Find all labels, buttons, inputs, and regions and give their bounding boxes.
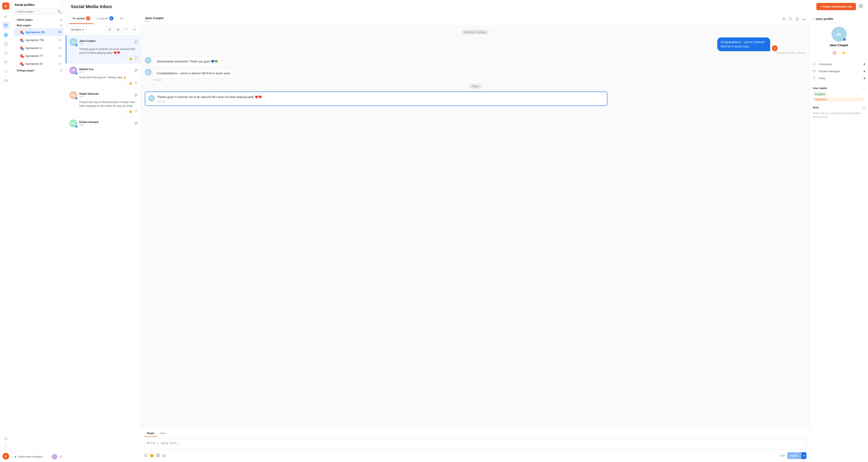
calendar-nav-item[interactable] [2, 40, 10, 48]
inbox-item-robert-fox[interactable]: RF f Robert Fox 10m 💬 Gotta love that pl… [66, 63, 141, 88]
sort-filter-icon[interactable] [123, 26, 130, 33]
create-moderation-rule-button[interactable]: + Create moderation rule [816, 3, 856, 10]
block-user-button[interactable]: 🚫 [831, 49, 838, 56]
svg-text:EH: EH [71, 122, 75, 125]
char-count: 2000 [779, 454, 785, 457]
sidebar-item-agorapulse-li[interactable]: A in Agorapulse LI 12 [13, 44, 64, 52]
users-nav-item[interactable] [2, 58, 10, 66]
sidebar-footer: Online team members T 2 [12, 452, 66, 462]
ralph-name: Ralph Edwards [79, 92, 132, 95]
approve-icon[interactable] [795, 17, 799, 22]
video-nav-item[interactable] [2, 76, 10, 85]
received-msg-1: JC Wooooawww awesome!! Thank you guys 💙💚 [145, 57, 806, 66]
more-options-icon[interactable]: ••• [802, 18, 806, 22]
profile-stat-private-messages: Private messages 4 [813, 68, 865, 75]
profile-avatar: JC f [832, 27, 846, 42]
send-button[interactable]: Send [787, 452, 801, 459]
tab-assigned[interactable]: Assigned 6 [93, 13, 117, 24]
reply-input[interactable] [144, 439, 806, 450]
inbox-nav-item[interactable] [2, 22, 10, 30]
user-avatar-bottom[interactable]: A [2, 453, 9, 460]
back-button[interactable]: ‹ [813, 17, 814, 21]
jane-fb-badge: f [75, 44, 78, 47]
check-filter-icon[interactable] [131, 26, 138, 33]
jane-review-icon[interactable] [134, 56, 137, 60]
inbox-item-ralph-edwards[interactable]: RE f Ralph Edwards 10m 💬 Preach the way … [66, 88, 141, 117]
ig-platform-badge: 📷 [22, 64, 24, 66]
add-label-button[interactable]: + [863, 86, 865, 90]
tag-icon[interactable] [789, 17, 793, 22]
profile-fb-badge: f [842, 37, 846, 41]
robert-checkbox[interactable] [123, 81, 127, 85]
user-profile-icon[interactable] [782, 17, 786, 22]
robert-actions: 👍 [69, 81, 137, 85]
send-dropdown-button[interactable]: ▾ [801, 452, 806, 459]
received-msg-2: JC Congratulations – you're a winner! We… [145, 69, 806, 81]
jane-checkbox[interactable] [123, 57, 127, 60]
calendar-filter-icon[interactable] [106, 26, 113, 33]
alpha-pages-group[interactable]: › Alpha pages 12 [12, 17, 66, 23]
search-icon: 🔍 [57, 10, 61, 13]
beta-arrow-icon: › [14, 25, 16, 26]
sidebar-item-agorapulse-ig[interactable]: A 📷 Agorapulse IG 12 [13, 60, 64, 67]
alpha-pages-count: 12 [60, 18, 63, 21]
image-tool-icon[interactable] [156, 454, 160, 458]
search-input[interactable] [14, 8, 63, 15]
app-logo[interactable]: A [2, 2, 9, 9]
bell-nav-item[interactable] [2, 435, 10, 443]
jane-like-icon[interactable]: 👍 [129, 57, 132, 60]
robert-message-text: Gotta love that plug-in ! Always vibe 🤙 [69, 75, 137, 79]
globe-nav-item[interactable]: 🌐 [2, 31, 10, 39]
sidebar-item-agorapulse-tw[interactable]: A t Agorapulse TW 12 [13, 36, 64, 44]
remove-important-label-button[interactable]: × [826, 98, 828, 101]
online-count: 2 [59, 455, 63, 458]
filter-select[interactable]: All items ▾ [68, 27, 87, 33]
svg-rect-1 [4, 43, 7, 45]
add-note-button[interactable]: + [863, 105, 865, 110]
ralph-checkbox[interactable] [123, 110, 127, 113]
image-filter-icon[interactable] [115, 26, 121, 33]
chart-nav-item[interactable] [2, 67, 10, 75]
smiley-tool-icon[interactable] [144, 454, 148, 458]
robert-like-icon[interactable]: 👍 [129, 81, 132, 85]
posts-stat-label: Posts [819, 77, 862, 80]
inbox-item-ralph-header: RE f Ralph Edwards 10m 💬 [69, 91, 137, 99]
sender-avatar: S [772, 45, 778, 51]
convo-messages: Monday, 8 October Congratulations – you'… [141, 26, 810, 427]
list-nav-item[interactable] [2, 49, 10, 57]
settings-icon[interactable] [859, 4, 863, 9]
to-review-badge: 6 [86, 16, 90, 21]
tab-to-review[interactable]: To review 6 [69, 13, 93, 24]
profile-title: User profile [816, 17, 833, 21]
star-user-button[interactable]: ⭐ [840, 49, 847, 56]
tab-all[interactable]: All [117, 13, 126, 24]
jane-avatar: JC f [69, 38, 77, 46]
robert-review-icon[interactable] [134, 81, 137, 85]
send-nav-item[interactable]: ✉ [2, 12, 10, 21]
help-nav-item[interactable]: ? [3, 444, 9, 450]
inbox-item-jane-cooper[interactable]: JC f Jane Cooper 10m 💬 Thanks guys! It r… [66, 35, 141, 63]
send-button-group: Send ▾ [787, 452, 806, 459]
sidebar-item-agorapulse-fb[interactable]: A f Agorapulse FB 12 [13, 28, 64, 36]
inbox-item-jane-header: JC f Jane Cooper 10m 💬 [69, 38, 137, 46]
ralph-review-icon[interactable] [134, 110, 137, 114]
inbox-list-panel: To review 6 Assigned 6 All All items ▾ [66, 13, 141, 462]
beta-pages-group[interactable]: › Beta pages 12 [12, 23, 66, 28]
agorapulse-yt-count: 12 [58, 54, 61, 57]
robert-fb-badge: f [75, 72, 78, 75]
profile-stat-posts: Posts 4 [813, 75, 865, 82]
sidebar-collapse-icon[interactable]: ‹ [62, 3, 63, 7]
tab-reply[interactable]: Reply [144, 430, 157, 437]
emoji-tool-icon[interactable]: 😊 [150, 454, 154, 458]
ralph-actions: 👍 [69, 110, 137, 114]
tab-note[interactable]: Note [157, 430, 168, 437]
comments-stat-icon [813, 62, 817, 66]
ralph-like-icon[interactable]: 👍 [129, 110, 132, 113]
omega-pages-group[interactable]: › Omega pages 12 [12, 68, 66, 73]
agorapulse-ig-label: Agorapulse IG [25, 62, 58, 65]
svg-marker-12 [6, 80, 7, 81]
mention-tool-icon[interactable]: @ [162, 454, 165, 458]
sidebar-item-agorapulse-yt[interactable]: A ▶ Agorapulse YT 12 [13, 52, 64, 60]
inbox-item-esther-howard[interactable]: EH f Esther Howard 10m 💬 [66, 117, 141, 132]
pm-stat-count: 4 [864, 70, 865, 73]
